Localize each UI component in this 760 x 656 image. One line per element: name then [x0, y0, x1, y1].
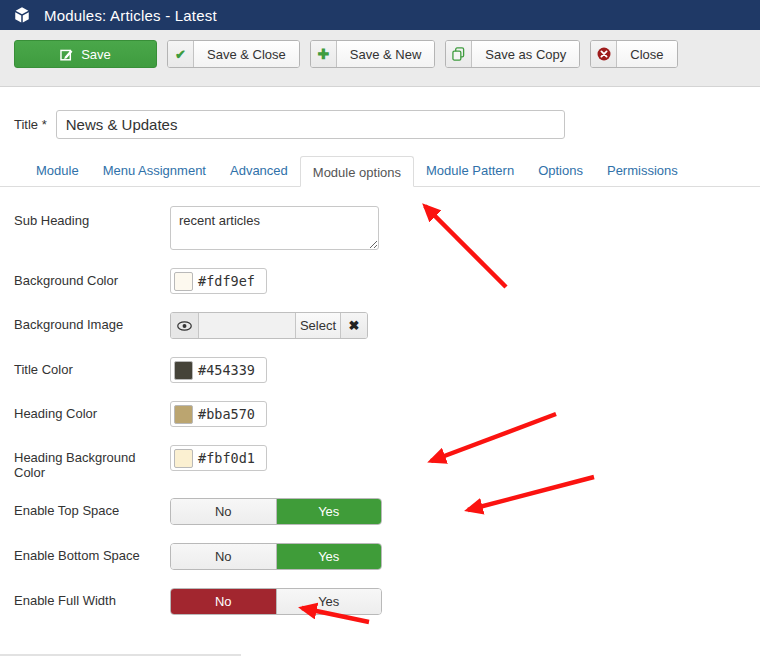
heading-background-color-input[interactable]: #fbf0d1: [170, 445, 267, 471]
preview-button[interactable]: [171, 313, 199, 338]
heading-color-label: Heading Color: [0, 401, 170, 427]
field-enable-full-width: Enable Full Width No Yes: [0, 588, 760, 615]
background-image-group: Select ✖: [170, 312, 368, 339]
module-edit-form: Title * Module Menu Assignment Advanced …: [0, 87, 760, 615]
save-new-button[interactable]: ✚ Save & New: [310, 40, 436, 68]
tab-permissions[interactable]: Permissions: [595, 155, 690, 186]
close-button[interactable]: Close: [590, 40, 677, 68]
enable-full-width-toggle: No Yes: [170, 588, 382, 615]
field-enable-bottom-space: Enable Bottom Space No Yes: [0, 543, 760, 570]
title-color-input[interactable]: #454339: [170, 357, 267, 383]
save-new-button-label: Save & New: [337, 41, 435, 67]
field-enable-top-space: Enable Top Space No Yes: [0, 498, 760, 525]
title-row: Title *: [0, 110, 760, 139]
heading-background-color-swatch: [174, 449, 193, 468]
background-color-input[interactable]: #fdf9ef: [170, 268, 267, 294]
field-heading-background-color: Heading Background Color #fbf0d1: [0, 445, 760, 480]
field-background-image: Background Image Select ✖: [0, 312, 760, 339]
heading-color-value: #bba570: [198, 406, 255, 422]
edit-icon: [60, 48, 73, 61]
heading-color-swatch: [174, 405, 193, 424]
enable-bottom-space-no[interactable]: No: [171, 544, 276, 569]
heading-background-color-value: #fbf0d1: [198, 450, 255, 466]
save-button[interactable]: Save: [14, 40, 157, 68]
clear-x-icon: ✖: [349, 318, 360, 333]
enable-top-space-no[interactable]: No: [171, 499, 276, 524]
plus-icon: ✚: [317, 46, 329, 62]
background-color-value: #fdf9ef: [198, 273, 255, 289]
enable-top-space-toggle: No Yes: [170, 498, 382, 525]
sub-heading-textarea[interactable]: recent articles: [170, 206, 379, 250]
field-heading-color: Heading Color #bba570: [0, 401, 760, 427]
save-copy-button[interactable]: Save as Copy: [445, 40, 580, 68]
tab-module[interactable]: Module: [24, 155, 91, 186]
tab-options[interactable]: Options: [526, 155, 595, 186]
title-color-value: #454339: [198, 362, 255, 378]
tab-module-options[interactable]: Module options: [300, 156, 414, 187]
background-color-label: Background Color: [0, 268, 170, 294]
check-icon: ✔: [175, 47, 186, 62]
select-image-button[interactable]: Select: [296, 313, 341, 338]
heading-color-input[interactable]: #bba570: [170, 401, 267, 427]
save-copy-button-label: Save as Copy: [472, 41, 579, 67]
module-cube-icon: [13, 6, 31, 24]
copy-icon: [452, 47, 465, 61]
title-color-label: Title Color: [0, 357, 170, 383]
enable-bottom-space-label: Enable Bottom Space: [0, 543, 170, 570]
enable-top-space-label: Enable Top Space: [0, 498, 170, 525]
eye-icon: [177, 321, 192, 331]
title-field-label: Title *: [14, 117, 47, 132]
app-header: Modules: Articles - Latest: [0, 0, 760, 30]
title-input[interactable]: [56, 110, 565, 139]
tab-menu-assignment[interactable]: Menu Assignment: [91, 155, 218, 186]
enable-full-width-no[interactable]: No: [171, 589, 276, 614]
cancel-icon: [597, 47, 611, 61]
enable-full-width-label: Enable Full Width: [0, 588, 170, 615]
enable-full-width-yes[interactable]: Yes: [276, 589, 382, 614]
enable-bottom-space-toggle: No Yes: [170, 543, 382, 570]
save-close-button-label: Save & Close: [194, 41, 299, 67]
tab-module-pattern[interactable]: Module Pattern: [414, 155, 526, 186]
save-button-label: Save: [81, 47, 111, 62]
title-color-swatch: [174, 361, 193, 380]
enable-top-space-yes[interactable]: Yes: [276, 499, 382, 524]
page-title: Modules: Articles - Latest: [44, 7, 217, 24]
tab-advanced[interactable]: Advanced: [218, 155, 300, 186]
save-close-button[interactable]: ✔ Save & Close: [167, 40, 300, 68]
enable-bottom-space-yes[interactable]: Yes: [276, 544, 382, 569]
field-background-color: Background Color #fdf9ef: [0, 268, 760, 294]
field-title-color: Title Color #454339: [0, 357, 760, 383]
background-color-swatch: [174, 272, 193, 291]
sub-heading-label: Sub Heading: [0, 206, 170, 250]
clear-image-button[interactable]: ✖: [341, 313, 367, 338]
heading-background-color-label: Heading Background Color: [0, 445, 170, 480]
tab-bar: Module Menu Assignment Advanced Module o…: [0, 155, 760, 187]
background-image-label: Background Image: [0, 312, 170, 339]
close-button-label: Close: [617, 41, 676, 67]
toolbar: Save ✔ Save & Close ✚ Save & New Save as…: [0, 30, 760, 87]
field-sub-heading: Sub Heading recent articles: [0, 206, 760, 250]
background-image-path-input[interactable]: [199, 313, 296, 338]
